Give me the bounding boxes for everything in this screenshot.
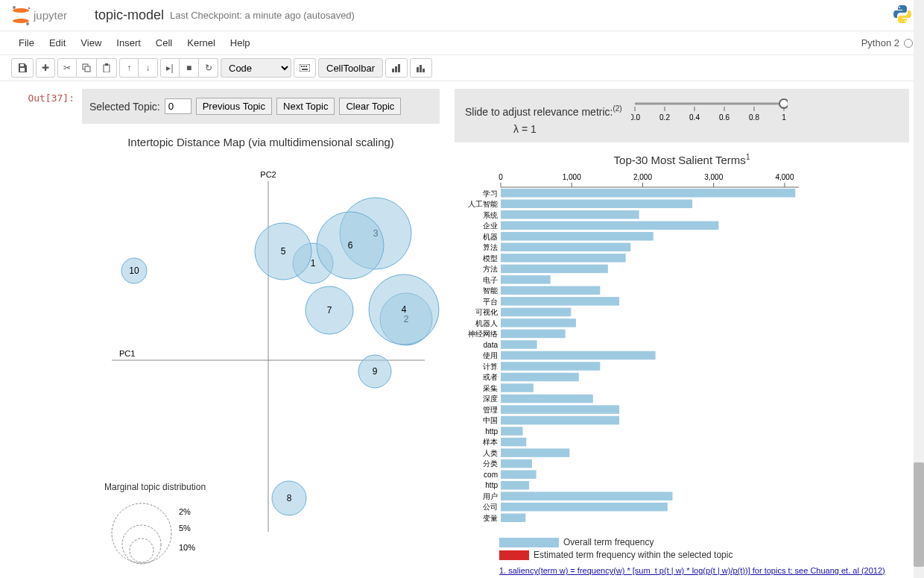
svg-text:4,000: 4,000: [775, 173, 794, 181]
svg-point-6: [899, 7, 900, 8]
toolbar: ✚ ✂ ↑ ↓ ▸| ■ ↻ Code CellToolbar: [0, 55, 924, 81]
previous-topic-button[interactable]: Previous Topic: [196, 98, 272, 115]
svg-rect-114: [501, 383, 534, 392]
copy-button[interactable]: [77, 58, 97, 78]
clear-topic-button[interactable]: Clear Topic: [339, 98, 401, 115]
svg-rect-82: [501, 210, 639, 219]
svg-point-7: [905, 20, 906, 22]
svg-rect-22: [423, 69, 425, 72]
menu-edit[interactable]: Edit: [42, 34, 73, 51]
footnote-1[interactable]: 1. saliency(term w) = frequency(w) * [su…: [499, 565, 909, 577]
svg-rect-78: [501, 189, 795, 198]
restart-button[interactable]: ↻: [199, 58, 218, 78]
svg-text:10: 10: [129, 266, 139, 276]
stop-button[interactable]: ■: [180, 58, 199, 78]
kernel-status: Python 2: [861, 37, 913, 48]
svg-rect-104: [501, 330, 566, 339]
svg-text:com: com: [484, 471, 498, 479]
menu-file[interactable]: File: [11, 34, 42, 51]
svg-text:神经网络: 神经网络: [468, 330, 498, 338]
notebook-name[interactable]: topic-model: [95, 7, 164, 23]
selected-topic-input[interactable]: [165, 98, 192, 114]
kernel-name: Python 2: [861, 37, 899, 48]
menu-view[interactable]: View: [73, 34, 109, 51]
svg-text:0.0: 0.0: [631, 113, 640, 122]
svg-text:模型: 模型: [483, 254, 498, 263]
svg-text:3,000: 3,000: [704, 173, 723, 181]
add-cell-button[interactable]: ✚: [36, 58, 55, 78]
svg-text:0.8: 0.8: [749, 113, 759, 122]
svg-text:学习: 学习: [483, 189, 498, 198]
top30-barchart[interactable]: 01,0002,0003,0004,000 学习人工智能系统企业机器算法模型方法…: [455, 171, 805, 529]
svg-rect-126: [501, 448, 569, 457]
svg-rect-122: [501, 427, 523, 436]
svg-text:10%: 10%: [179, 543, 195, 552]
output-prompt: Out[37]:: [4, 89, 82, 107]
svg-text:机器人: 机器人: [475, 319, 498, 327]
menubar: File Edit View Insert Cell Kernel Help P…: [0, 31, 924, 55]
svg-rect-10: [104, 65, 110, 72]
svg-text:data: data: [484, 341, 499, 349]
run-button[interactable]: ▸|: [160, 58, 180, 78]
move-down-button[interactable]: ↓: [139, 58, 158, 78]
legend: Overall term frequency Estimated term fr…: [455, 531, 909, 560]
paste-button[interactable]: [97, 58, 117, 78]
svg-rect-102: [501, 318, 576, 327]
svg-text:人类: 人类: [483, 449, 498, 457]
jupyter-logo[interactable]: jupyter: [11, 4, 86, 27]
svg-text:http: http: [485, 427, 498, 436]
move-up-button[interactable]: ↑: [119, 58, 139, 78]
menu-help[interactable]: Help: [223, 34, 258, 51]
menu-insert[interactable]: Insert: [109, 34, 148, 51]
cell-type-select[interactable]: Code: [221, 58, 291, 78]
top30-title: Top-30 Most Salient Terms1: [455, 148, 909, 171]
slider-panel: Slide to adjust relevance metric:(2) 0.0…: [455, 89, 909, 142]
svg-rect-12: [300, 64, 310, 72]
svg-text:2%: 2%: [179, 507, 191, 516]
svg-point-48: [122, 525, 161, 564]
marginal-label: Marginal topic distribution: [104, 482, 462, 492]
svg-rect-9: [85, 66, 90, 72]
svg-rect-19: [398, 64, 400, 72]
next-topic-button[interactable]: Next Topic: [276, 98, 335, 115]
lambda-slider[interactable]: 0.00.20.40.60.81: [631, 96, 788, 126]
left-panel: Selected Topic: Previous Topic Next Topi…: [82, 89, 440, 578]
svg-rect-20: [417, 67, 419, 72]
menu-kernel[interactable]: Kernel: [180, 34, 223, 51]
svg-point-0: [13, 8, 29, 13]
intertopic-plot[interactable]: PC2 PC1 12345678910: [82, 151, 440, 539]
svg-rect-96: [501, 286, 600, 295]
svg-text:分类: 分类: [483, 459, 498, 468]
chart1-button[interactable]: [385, 58, 408, 78]
topic-controls: Selected Topic: Previous Topic Next Topi…: [82, 89, 440, 124]
svg-text:方法: 方法: [483, 265, 498, 273]
command-palette-button[interactable]: [294, 58, 316, 78]
svg-text:企业: 企业: [483, 222, 498, 230]
svg-text:中国: 中国: [483, 416, 498, 424]
svg-text:使用: 使用: [483, 351, 498, 359]
svg-text:平台: 平台: [483, 298, 498, 306]
svg-rect-130: [501, 470, 537, 479]
svg-text:算法: 算法: [483, 243, 498, 251]
save-button[interactable]: [11, 58, 34, 78]
svg-rect-15: [306, 66, 307, 67]
svg-text:0: 0: [499, 173, 503, 181]
svg-text:http: http: [485, 481, 498, 489]
svg-rect-88: [501, 243, 630, 252]
svg-rect-108: [501, 351, 656, 360]
chart2-button[interactable]: [410, 58, 432, 78]
legend-overall-label: Overall term frequency: [563, 537, 654, 547]
scrollbar-thumb[interactable]: [914, 462, 924, 567]
menu-cell[interactable]: Cell: [148, 34, 180, 51]
svg-text:采集: 采集: [483, 384, 498, 392]
svg-rect-11: [105, 63, 108, 66]
svg-point-2: [13, 6, 16, 9]
cut-button[interactable]: ✂: [57, 58, 77, 78]
celltoolbar-button[interactable]: CellToolbar: [318, 58, 383, 78]
checkpoint-text: Last Checkpoint: a minute ago (autosaved…: [170, 10, 355, 21]
svg-rect-14: [303, 66, 305, 67]
vertical-scrollbar[interactable]: [914, 0, 924, 578]
svg-text:计算: 计算: [483, 362, 498, 371]
legend-estimated-label: Estimated term frequency within the sele…: [534, 550, 732, 560]
svg-text:9: 9: [373, 366, 378, 377]
